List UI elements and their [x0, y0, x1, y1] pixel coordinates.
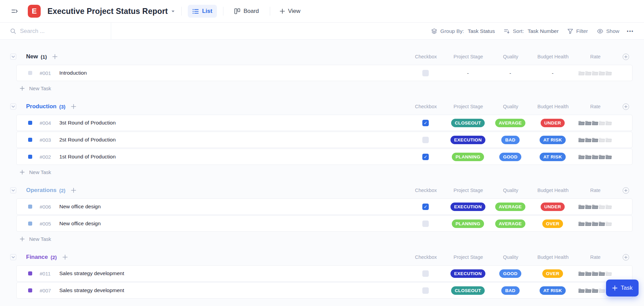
- project-stage-badge[interactable]: EXECUTION: [450, 203, 485, 211]
- collapse-group-icon[interactable]: [10, 187, 16, 193]
- column-header-quality[interactable]: Quality: [489, 54, 532, 59]
- column-header-rate[interactable]: Rate: [574, 54, 617, 59]
- budget-health-badge[interactable]: AT RISK: [540, 136, 566, 144]
- budget-health-badge[interactable]: AT RISK: [540, 286, 566, 295]
- folder-icon[interactable]: [585, 120, 591, 126]
- folder-icon[interactable]: [578, 221, 585, 226]
- task-status-icon[interactable]: [28, 121, 32, 125]
- folder-icon[interactable]: [592, 221, 598, 226]
- task-status-icon[interactable]: [28, 155, 32, 159]
- empty-quality[interactable]: -: [509, 70, 511, 76]
- row-checkbox[interactable]: [422, 221, 429, 227]
- row-checkbox[interactable]: [422, 204, 429, 210]
- folder-icon[interactable]: [599, 70, 605, 76]
- column-header-project-stage[interactable]: Project Stage: [447, 254, 489, 260]
- rate-field[interactable]: [578, 221, 612, 226]
- folder-icon[interactable]: [599, 120, 605, 126]
- task-row[interactable]: #006 New office design EXECUTION AVERAGE…: [16, 198, 632, 215]
- quality-badge[interactable]: GOOD: [499, 153, 521, 161]
- folder-icon[interactable]: [585, 204, 591, 209]
- tab-board[interactable]: Board: [229, 5, 263, 18]
- folder-icon[interactable]: [605, 221, 612, 226]
- column-header-rate[interactable]: Rate: [574, 188, 617, 193]
- column-header-quality[interactable]: Quality: [489, 188, 532, 193]
- column-header-budget-health[interactable]: Budget Health: [532, 104, 574, 109]
- filter-control[interactable]: Filter: [565, 26, 590, 36]
- column-header-checkbox[interactable]: Checkbox: [405, 104, 447, 109]
- task-row[interactable]: #011 Sales strategy development EXECUTIO…: [16, 265, 632, 282]
- folder-icon[interactable]: [578, 70, 585, 76]
- rate-field[interactable]: [578, 154, 612, 159]
- column-header-quality[interactable]: Quality: [489, 104, 532, 109]
- column-header-project-stage[interactable]: Project Stage: [447, 188, 489, 193]
- task-status-icon[interactable]: [28, 71, 32, 75]
- row-checkbox[interactable]: [422, 120, 429, 126]
- folder-icon[interactable]: [592, 154, 598, 159]
- project-stage-badge[interactable]: CLOSEOUT: [451, 119, 485, 127]
- folder-icon[interactable]: [605, 120, 612, 126]
- quality-badge[interactable]: BAD: [501, 136, 520, 144]
- column-header-checkbox[interactable]: Checkbox: [405, 188, 447, 193]
- collapse-group-icon[interactable]: [10, 254, 16, 260]
- workspace-logo[interactable]: E: [28, 5, 41, 18]
- rate-field[interactable]: [578, 204, 612, 209]
- tab-list[interactable]: List: [188, 5, 217, 18]
- add-task-icon[interactable]: [62, 254, 68, 260]
- group-title[interactable]: New: [26, 53, 38, 60]
- row-checkbox[interactable]: [422, 154, 429, 160]
- more-options-icon[interactable]: •••: [625, 26, 635, 36]
- task-title[interactable]: Introduction: [59, 70, 87, 76]
- row-checkbox[interactable]: [422, 70, 429, 76]
- project-stage-badge[interactable]: EXECUTION: [450, 136, 485, 144]
- column-header-budget-health[interactable]: Budget Health: [532, 188, 574, 193]
- folder-icon[interactable]: [578, 288, 585, 293]
- budget-health-badge[interactable]: OVER: [542, 269, 563, 278]
- column-header-checkbox[interactable]: Checkbox: [405, 254, 447, 260]
- folder-icon[interactable]: [599, 204, 605, 209]
- group-title[interactable]: Finance: [26, 254, 48, 261]
- project-stage-badge[interactable]: EXECUTION: [450, 269, 485, 278]
- task-title[interactable]: Sales strategy development: [59, 287, 124, 293]
- task-title[interactable]: New office design: [59, 221, 101, 227]
- add-column-icon[interactable]: [623, 254, 629, 261]
- chevron-down-icon[interactable]: [171, 9, 175, 14]
- add-task-icon[interactable]: [71, 188, 76, 193]
- folder-icon[interactable]: [605, 70, 612, 76]
- quality-badge[interactable]: AVERAGE: [495, 119, 526, 127]
- folder-icon[interactable]: [599, 221, 605, 226]
- column-header-quality[interactable]: Quality: [489, 254, 532, 260]
- quality-badge[interactable]: AVERAGE: [495, 219, 526, 228]
- column-header-project-stage[interactable]: Project Stage: [447, 54, 489, 59]
- folder-icon[interactable]: [592, 70, 598, 76]
- new-task-button[interactable]: New Task: [0, 165, 632, 179]
- folder-icon[interactable]: [585, 288, 591, 293]
- task-row[interactable]: #005 New office design PLANNING AVERAGE …: [16, 215, 632, 232]
- add-task-icon[interactable]: [71, 104, 76, 109]
- new-task-button[interactable]: New Task: [0, 232, 632, 246]
- task-title[interactable]: 1st Round of Production: [59, 154, 116, 160]
- collapse-group-icon[interactable]: [10, 103, 16, 110]
- budget-health-badge[interactable]: OVER: [542, 219, 563, 228]
- folder-icon[interactable]: [592, 288, 598, 293]
- task-status-icon[interactable]: [28, 271, 32, 275]
- folder-icon[interactable]: [578, 204, 585, 209]
- task-row[interactable]: #007 Sales strategy development CLOSEOUT…: [16, 282, 632, 299]
- task-row[interactable]: #004 3st Round of Production CLOSEOUT AV…: [16, 115, 632, 131]
- folder-icon[interactable]: [605, 271, 612, 276]
- folder-icon[interactable]: [599, 137, 605, 142]
- task-row[interactable]: #003 2st Round of Production EXECUTION B…: [16, 132, 632, 148]
- budget-health-badge[interactable]: UNDER: [541, 119, 565, 127]
- task-status-icon[interactable]: [28, 222, 32, 226]
- search-input[interactable]: [20, 28, 98, 35]
- quality-badge[interactable]: GOOD: [499, 269, 521, 278]
- add-column-icon[interactable]: [623, 103, 629, 110]
- quality-badge[interactable]: AVERAGE: [495, 203, 526, 211]
- add-view-button[interactable]: View: [276, 5, 304, 17]
- new-task-button[interactable]: New Task: [0, 81, 632, 95]
- folder-icon[interactable]: [599, 154, 605, 159]
- task-title[interactable]: 2st Round of Production: [59, 137, 116, 143]
- folder-icon[interactable]: [605, 137, 612, 142]
- rate-field[interactable]: [578, 137, 612, 142]
- folder-icon[interactable]: [592, 204, 598, 209]
- folder-icon[interactable]: [605, 154, 612, 159]
